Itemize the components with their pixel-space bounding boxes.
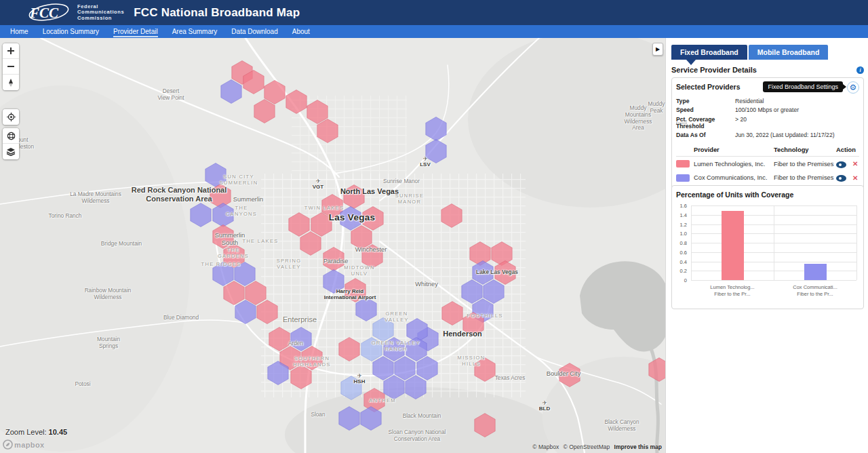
mapbox-attribution-link[interactable]: © Mapbox [532,444,559,450]
provider-row: Lumen Technologies, Inc.Fiber to the Pre… [676,157,859,171]
plus-icon [7,47,15,55]
agency-name: Federal Communications Commission [77,4,124,22]
chart-title: Percentage of Units with Coverage [676,191,859,199]
coverage-hex[interactable] [213,203,233,227]
provider-color-swatch [676,160,690,168]
globe-button[interactable] [3,128,19,144]
chart-bar[interactable] [722,211,744,280]
coverage-hex[interactable] [191,203,211,227]
chart-gridline [774,205,774,280]
zoom-level-label: Zoom Level: [5,428,47,436]
broadband-tabs: Fixed Broadband Mobile Broadband [671,45,828,60]
fcc-logo[interactable]: FCC [28,3,71,22]
fcc-broadband-map-app: FCC Federal Communications Commission FC… [0,0,868,453]
compass-button[interactable] [3,75,19,90]
coverage-bar-chart: 1.61.41.21.00.80.60.40.20Lumen Technolog… [676,201,859,303]
coverage-hex[interactable] [426,140,446,163]
minus-icon [7,62,15,71]
section-title: Service Provider Details [671,66,757,74]
provider-technology: Fiber to the Premises [774,157,836,171]
app-header: FCC Federal Communications Commission FC… [0,0,868,25]
improve-map-link[interactable]: Improve this map [614,444,662,450]
coverage-hex[interactable] [235,300,256,324]
x-axis-label: Cox Communicati... Fiber to the Pr... [778,284,852,298]
tab-fixed-broadband[interactable]: Fixed Broadband [671,45,747,60]
coverage-hex[interactable] [254,100,275,123]
y-axis-tick: 0.8 [676,240,687,246]
locate-controls [3,109,19,125]
nav-item-location-summary[interactable]: Location Summary [43,26,99,37]
zoom-controls [3,43,19,90]
gear-icon: ⚙ [850,83,857,92]
coverage-hex[interactable] [210,184,231,208]
main-nav: HomeLocation SummaryProvider DetailArea … [0,25,868,38]
y-axis-tick: 1.0 [676,231,687,237]
globe-icon [7,132,16,140]
terrain-patch [0,85,190,452]
mapbox-icon [3,439,13,450]
setting-row-type: Type Residential [676,98,859,104]
x-axis-label: Lumen Technolog... Fiber to the Pr... [695,284,770,298]
zoom-in-button[interactable] [3,43,19,59]
y-axis-tick: 0.6 [676,249,687,255]
provider-name: Cox Communications, Inc. [694,171,774,185]
providers-table: Provider Technology Action Lumen Technol… [676,144,859,184]
osm-attribution-link[interactable]: © OpenStreetMap [564,444,610,450]
tab-mobile-broadband[interactable]: Mobile Broadband [749,45,829,60]
col-action: Action [836,144,859,157]
layers-icon [6,147,16,156]
map-canvas[interactable]: Desert View PointMount CharlestonMuddy P… [0,38,665,453]
y-axis-tick: 1.6 [676,203,687,209]
nav-item-about[interactable]: About [292,26,310,37]
setting-row-speed: Speed 100/100 Mbps or greater [676,106,859,113]
col-provider: Provider [694,144,774,157]
provider-row: Cox Communications, Inc.Fiber to the Pre… [676,171,859,185]
detail-panel: Fixed Broadband Mobile Broadband Service… [665,38,868,453]
chart-gridline [691,280,856,281]
compass-icon [7,78,15,87]
layers-button[interactable] [3,144,19,159]
nav-item-provider-detail[interactable]: Provider Detail [113,26,158,37]
col-technology: Technology [774,144,836,157]
settings-gear-button[interactable]: ⚙ [847,81,859,94]
info-icon[interactable]: i [856,66,864,74]
page-title: FCC National Broadband Map [134,6,300,20]
panel-collapse-button[interactable]: ▶ [652,43,663,56]
coverage-hex[interactable] [264,81,285,104]
mapbox-wordmark: mapbox [14,441,45,449]
y-axis-tick: 0.2 [676,268,687,274]
provider-color-swatch [676,174,690,182]
nav-item-home[interactable]: Home [10,26,28,37]
chart-bar[interactable] [804,264,827,280]
nav-item-area-summary[interactable]: Area Summary [172,26,218,37]
provider-name: Lumen Technologies, Inc. [694,157,774,171]
layer-controls [3,128,19,159]
visibility-toggle[interactable] [836,161,846,168]
coverage-chart-card: Percentage of Units with Coverage 1.61.4… [671,185,864,309]
geolocate-button[interactable] [3,109,19,125]
map-attribution: © Mapbox © OpenStreetMap Improve this ma… [530,444,662,450]
geolocate-icon [7,113,16,121]
zoom-out-button[interactable] [3,59,19,75]
zoom-level-indicator: Zoom Level: 10.45 [5,428,67,436]
fcc-logo-graphic: FCC [28,3,71,22]
coverage-hex[interactable] [205,163,226,187]
y-axis-tick: 1.2 [676,221,687,227]
visibility-toggle[interactable] [836,175,846,182]
remove-provider-button[interactable]: ✕ [852,174,858,182]
y-axis-tick: 0.4 [676,258,687,264]
settings-tooltip: Fixed Broadband Settings [763,81,843,92]
y-axis-tick: 0 [676,277,687,283]
setting-row-data-as-of: Data As Of Jun 30, 2022 (Last Updated: 1… [676,132,859,138]
zoom-level-value: 10.45 [49,428,68,436]
remove-provider-button[interactable]: ✕ [852,160,858,168]
coverage-hex[interactable] [221,80,241,104]
nav-item-data-download[interactable]: Data Download [231,26,277,37]
chart-gridline [691,205,692,280]
setting-row-threshold: Pct. Coverage Threshold > 20 [676,116,859,130]
chevron-right-icon: ▶ [656,46,660,52]
coverage-hex[interactable] [224,281,244,305]
mapbox-logo[interactable]: mapbox [3,439,45,450]
map-graphics [0,38,665,453]
provider-technology: Fiber to the Premises [774,171,836,185]
